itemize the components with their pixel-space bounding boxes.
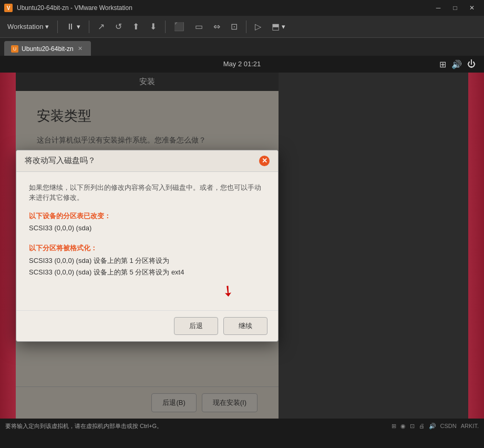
send-ctrl-alt-del-button[interactable]: ↗: [94, 18, 109, 35]
maximize-button[interactable]: □: [447, 2, 463, 14]
modal-title: 将改动写入磁盘吗？: [25, 156, 96, 166]
dropdown-arrow: ▾: [45, 23, 49, 30]
pause-arrow: ▾: [77, 23, 80, 30]
suspend-icon: ⬆: [132, 22, 139, 32]
tab-close-button[interactable]: ✕: [77, 45, 84, 53]
close-button[interactable]: ✕: [464, 2, 480, 14]
title-bar-controls: ─ □ ✕: [430, 2, 480, 14]
send-icon: ↗: [98, 22, 105, 32]
fullscreen-arrow: ▾: [282, 23, 285, 30]
view-icon-1: ⬛: [174, 22, 184, 32]
suspend-button[interactable]: ⬆: [128, 18, 143, 35]
toolbar-separator-3: [165, 21, 166, 33]
modal-back-button[interactable]: 后退: [174, 317, 218, 335]
sound-icon[interactable]: 🔊: [451, 59, 462, 69]
vmware-icon: V: [4, 4, 13, 12]
terminal-button[interactable]: ▷: [251, 18, 265, 35]
modal-section1-title: 以下设备的分区表已改变：: [29, 211, 265, 221]
status-icons: ⊞ ◉ ⊡ 🖨 🔊 CSDN ARKIT.: [392, 423, 479, 430]
vm-date-time: May 2 01:21: [223, 60, 261, 68]
vm-time: 01:21: [244, 60, 261, 68]
fullscreen-icon: ⬒: [272, 22, 280, 32]
modal-overlay: 将改动写入磁盘吗？ ✕ 如果您继续，以下所列出的修改内容将会写入到磁盘中。或者，…: [16, 73, 279, 419]
view-button-2[interactable]: ▭: [191, 18, 207, 35]
title-bar-left: V Ubuntu20-64bit-zn - VMware Workstation: [4, 4, 132, 12]
arrow-container: ➘: [29, 282, 265, 300]
view-button-3[interactable]: ⇔: [209, 18, 224, 35]
tab-label: Ubuntu20-64bit-zn: [22, 45, 74, 53]
toolbar-separator-1: [57, 21, 58, 33]
workstation-menu[interactable]: Workstation ▾: [3, 18, 53, 35]
view-icon-4: ⊡: [231, 22, 238, 32]
power-button[interactable]: ↺: [111, 18, 126, 35]
tab-bar: U Ubuntu20-64bit-zn ✕: [0, 38, 484, 56]
network-icon[interactable]: ⊞: [439, 59, 446, 69]
view-icon-2: ▭: [195, 22, 203, 32]
installer-wrapper: 安装 安装类型 这台计算机似乎没有安装操作系统。您准备怎么做？ 清除整个磁盘并安…: [16, 73, 279, 419]
title-bar: V Ubuntu20-64bit-zn - VMware Workstation…: [0, 0, 484, 16]
side-decoration-right: [468, 73, 484, 419]
workstation-label: Workstation: [7, 23, 43, 30]
pause-icon: ⏸: [66, 22, 75, 32]
modal-section2-title: 以下分区将被格式化：: [29, 243, 265, 253]
fullscreen-button[interactable]: ⬒ ▾: [267, 18, 290, 35]
status-icon-camera[interactable]: ◉: [400, 423, 406, 430]
view-button-1[interactable]: ⬛: [170, 18, 189, 35]
modal-header: 将改动写入磁盘吗？ ✕: [16, 150, 278, 172]
status-icon-print[interactable]: 🖨: [419, 423, 425, 429]
view-icon-3: ⇔: [213, 22, 220, 32]
modal-section1-item: SCSI33 (0,0,0) (sda): [29, 224, 265, 232]
modal-section2-item1: SCSI33 (0,0,0) (sda) 设备上的第 1 分区将设为: [29, 256, 265, 266]
status-icon-sound[interactable]: 🔊: [429, 423, 436, 430]
toolbar-separator-2: [89, 21, 89, 33]
side-decoration-left: [0, 73, 16, 419]
vm-top-icons: ⊞ 🔊 ⏻: [439, 59, 476, 69]
terminal-icon: ▷: [255, 22, 261, 32]
view-button-4[interactable]: ⊡: [226, 18, 242, 35]
vm-area: May 2 01:21 ⊞ 🔊 ⏻ 安装 安装类型 这台计算机似乎没有安装操作系…: [0, 56, 484, 433]
toolbar-separator-4: [246, 21, 246, 33]
confirmation-modal: 将改动写入磁盘吗？ ✕ 如果您继续，以下所列出的修改内容将会写入到磁盘中。或者，…: [16, 150, 279, 342]
down-arrow-icon: ➘: [218, 280, 238, 301]
tab-vm-icon: U: [11, 45, 18, 53]
toolbar: Workstation ▾ ⏸ ▾ ↗ ↺ ⬆ ⬇ ⬛ ▭ ⇔ ⊡ ▷ ⬒ ▾: [0, 16, 484, 38]
vm-content: 安装 安装类型 这台计算机似乎没有安装操作系统。您准备怎么做？ 清除整个磁盘并安…: [0, 73, 484, 419]
snapshot-icon: ⬇: [150, 22, 157, 32]
modal-section2-item2: SCSI33 (0,0,0) (sda) 设备上的第 5 分区将设为 ext4: [29, 268, 265, 277]
title-bar-text: Ubuntu20-64bit-zn - VMware Workstation: [17, 4, 132, 12]
modal-continue-button[interactable]: 继续: [223, 317, 267, 335]
minimize-button[interactable]: ─: [430, 2, 446, 14]
pause-button[interactable]: ⏸ ▾: [62, 18, 85, 35]
status-bar: 要将输入定向到该虚拟机，请在虚拟机内部单击或按 Ctrl+G。 ⊞ ◉ ⊡ 🖨 …: [0, 419, 484, 433]
power-status-icon[interactable]: ⏻: [467, 59, 476, 69]
brand-csdn: CSDN: [440, 423, 457, 429]
status-icon-display[interactable]: ⊡: [410, 423, 415, 430]
vm-date: May 2: [223, 60, 242, 68]
modal-body: 如果您继续，以下所列出的修改内容将会写入到磁盘中。或者，您也可以手动来进行其它修…: [16, 172, 278, 310]
vm-tab[interactable]: U Ubuntu20-64bit-zn ✕: [4, 41, 91, 56]
modal-close-button[interactable]: ✕: [259, 156, 270, 166]
status-icon-network[interactable]: ⊞: [392, 423, 396, 430]
status-message: 要将输入定向到该虚拟机，请在虚拟机内部单击或按 Ctrl+G。: [5, 422, 162, 430]
modal-intro-text: 如果您继续，以下所列出的修改内容将会写入到磁盘中。或者，您也可以手动来进行其它修…: [29, 182, 265, 203]
modal-footer: 后退 继续: [16, 310, 278, 341]
vm-top-bar: May 2 01:21 ⊞ 🔊 ⏻: [0, 56, 484, 73]
snapshot-button[interactable]: ⬇: [146, 18, 161, 35]
brand-arkit: ARKIT.: [461, 423, 479, 429]
power-icon: ↺: [115, 22, 122, 32]
